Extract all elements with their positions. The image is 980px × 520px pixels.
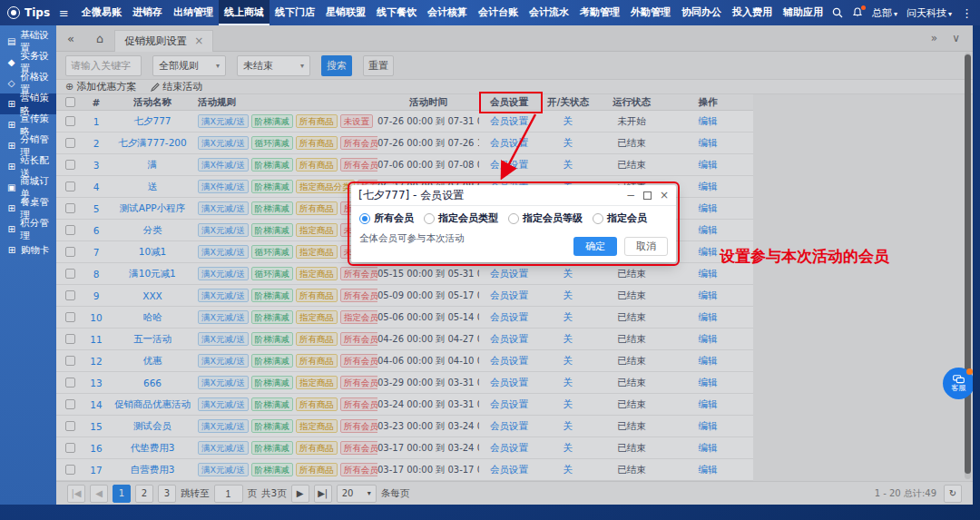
- member-scope-radio-group: 所有会员指定会员类型指定会员等级指定会员: [359, 211, 668, 225]
- minimize-icon[interactable]: −: [626, 190, 635, 201]
- topbar-menu-item[interactable]: 会计台账: [473, 0, 524, 25]
- topbar-menu-item[interactable]: 星销联盟: [320, 0, 371, 25]
- topbar-menu-item[interactable]: 投入费用: [727, 0, 778, 25]
- cancel-button[interactable]: 取消: [624, 237, 668, 256]
- topbar-menu-item[interactable]: 会计核算: [422, 0, 473, 25]
- sidebar-item-label: 购物卡: [21, 244, 50, 257]
- customer-service-button[interactable]: 客服: [943, 368, 973, 399]
- topbar-menu-item[interactable]: 辅助应用: [778, 0, 827, 25]
- grid-icon: ⊞: [6, 120, 16, 130]
- topbar-right: 总部▾ 问天科技▾ ⋮: [832, 6, 973, 20]
- price-tag-icon: ◇: [6, 78, 16, 88]
- notification-dot: [966, 368, 973, 375]
- maximize-icon[interactable]: [643, 191, 652, 200]
- radio-icon[interactable]: [508, 213, 519, 224]
- hamburger-menu-icon[interactable]: ≡: [59, 6, 69, 20]
- topbar-menu-item[interactable]: 考勤管理: [574, 0, 625, 25]
- grid-icon: ⊞: [6, 99, 16, 109]
- radio-icon[interactable]: [424, 213, 435, 224]
- topbar-menu-item[interactable]: 会计流水: [524, 0, 574, 25]
- brand-name: Tips: [24, 6, 50, 19]
- org-dropdown[interactable]: 总部▾: [872, 6, 897, 20]
- chevron-down-icon: ▾: [948, 10, 952, 18]
- app-logo-icon: [7, 6, 20, 19]
- member-scope-option-label: 指定会员等级: [523, 211, 583, 225]
- member-scope-option-label: 所有会员: [374, 211, 414, 225]
- topbar-menu: 企微易账进销存出纳管理线上商城线下门店星销联盟线下餐饮会计核算会计台账会计流水考…: [76, 0, 827, 25]
- radio-icon[interactable]: [593, 213, 603, 224]
- company-dropdown[interactable]: 问天科技▾: [906, 6, 952, 20]
- topbar-menu-item[interactable]: 协同办公: [676, 0, 727, 25]
- content-area: « ⌂ 促销规则设置 × » ∨ 全部规则 ▾ 未结束: [56, 25, 973, 505]
- topbar-menu-item[interactable]: 出纳管理: [168, 0, 219, 25]
- brand: Tips: [7, 6, 50, 19]
- grid-icon: ⊞: [6, 203, 16, 213]
- radio-icon[interactable]: [359, 213, 370, 224]
- order-icon: ▣: [6, 182, 16, 192]
- search-icon[interactable]: [832, 7, 843, 18]
- member-scope-option-label: 指定会员类型: [438, 211, 498, 225]
- member-scope-option[interactable]: 所有会员: [359, 211, 414, 225]
- sidebar-item[interactable]: ⊞积分管理: [0, 219, 56, 240]
- modal-dim-overlay: [56, 25, 973, 505]
- sidebar-item-label: 积分管理: [20, 217, 56, 242]
- grid-icon: ⊞: [6, 162, 16, 172]
- grid-icon: ⊞: [6, 224, 16, 234]
- grid-icon: ⊞: [6, 245, 17, 255]
- sidebar: ▤基础设置◆实务设置◇价格设置⊞营销策略⊞宣传策略⊞分销管理⊞站长配送▣商城订单…: [0, 25, 56, 505]
- customer-service-label: 客服: [952, 385, 966, 392]
- diamond-icon: ◆: [6, 57, 16, 67]
- topbar-menu-item[interactable]: 线上商城: [219, 0, 270, 25]
- topbar-menu-item[interactable]: 进销存: [127, 0, 168, 25]
- modal-title: [七夕777] - 会员设置: [358, 188, 464, 203]
- wallet-icon: ▤: [6, 36, 16, 46]
- more-options-icon[interactable]: ⋮: [961, 6, 973, 20]
- topbar-menu-item[interactable]: 线下餐饮: [371, 0, 422, 25]
- desktop: Tips ≡ 企微易账进销存出纳管理线上商城线下门店星销联盟线下餐饮会计核算会计…: [0, 0, 980, 520]
- notification-bell-icon[interactable]: [852, 7, 863, 18]
- member-scope-option[interactable]: 指定会员类型: [424, 211, 498, 225]
- topbar-menu-item[interactable]: 企微易账: [76, 0, 127, 25]
- member-scope-option[interactable]: 指定会员: [593, 211, 647, 225]
- topbar-menu-item[interactable]: 外勤管理: [625, 0, 676, 25]
- modal-titlebar: [七夕777] - 会员设置 − ×: [351, 185, 676, 206]
- topbar-menu-item[interactable]: 线下门店: [270, 0, 320, 25]
- chat-icon: [953, 375, 965, 384]
- member-settings-modal: [七夕777] - 会员设置 − × 所有会员指定会员类型指定会员等级指定会员 …: [351, 185, 676, 262]
- confirm-button[interactable]: 确定: [573, 237, 617, 256]
- grid-icon: ⊞: [6, 141, 16, 151]
- top-navbar: Tips ≡ 企微易账进销存出纳管理线上商城线下门店星销联盟线下餐饮会计核算会计…: [0, 0, 980, 25]
- sidebar-item[interactable]: ⊞购物卡: [0, 240, 56, 260]
- member-scope-option[interactable]: 指定会员等级: [508, 211, 583, 225]
- notification-dot: [861, 5, 866, 10]
- close-icon[interactable]: ×: [660, 190, 669, 201]
- chevron-down-icon: ▾: [894, 10, 897, 18]
- member-scope-option-label: 指定会员: [607, 211, 647, 225]
